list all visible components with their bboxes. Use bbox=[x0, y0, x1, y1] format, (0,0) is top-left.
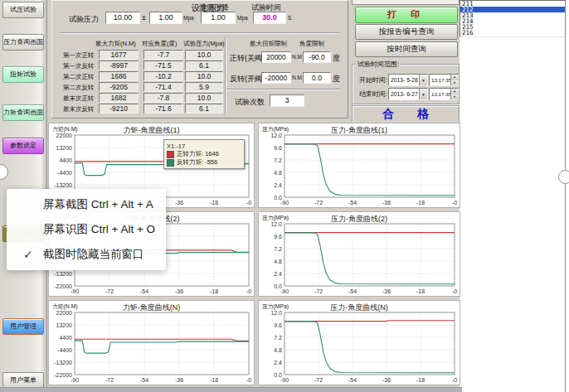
table-cell: -8997 bbox=[99, 60, 139, 70]
report-item[interactable]: 215 bbox=[460, 24, 566, 30]
svg-text:-18: -18 bbox=[416, 288, 425, 294]
degree-unit-1: 度 bbox=[333, 53, 340, 64]
svg-text:9.6: 9.6 bbox=[274, 145, 282, 151]
sidebar-item-pressure-test[interactable]: 试压试验 bbox=[2, 2, 44, 18]
svg-text:-54: -54 bbox=[140, 377, 148, 383]
result-badge: 合 格 bbox=[352, 105, 460, 123]
forward-angle-limit-input[interactable]: -90.0 bbox=[303, 51, 331, 63]
report-listbox[interactable]: 211 212 213 214 215 216 bbox=[460, 0, 567, 37]
svg-text:-72: -72 bbox=[314, 200, 323, 206]
start-time-spinner[interactable]: 13:17:35 ▲▼ bbox=[429, 74, 459, 86]
test-count-input[interactable]: 3 bbox=[270, 94, 304, 107]
start-date-combo[interactable]: 2013- 5-28 ▼ bbox=[388, 74, 428, 86]
torque-limit-header: 最大扭矩限制 bbox=[250, 40, 287, 48]
nm-unit-1: N.M bbox=[292, 54, 302, 60]
reverse-open-label: 反转(开阀) bbox=[230, 74, 265, 85]
chart-tooltip: X1:-17 正转力矩: 1646 反转力矩: -556 bbox=[163, 139, 245, 169]
svg-text:-90: -90 bbox=[280, 377, 289, 383]
test-pressure-input[interactable]: 10.00 bbox=[105, 12, 140, 24]
spinner-arrows-icon[interactable]: ▲▼ bbox=[450, 75, 458, 85]
menu-item-screen-capture[interactable]: 屏幕截图 Ctrl + Alt + A bbox=[7, 194, 166, 215]
query-by-report-button[interactable]: 按报告编号查询 bbox=[355, 24, 458, 40]
reverse-torque-limit-input[interactable]: -20000 bbox=[261, 72, 291, 84]
svg-text:-36: -36 bbox=[175, 377, 183, 383]
report-item-selected[interactable]: 212 bbox=[460, 7, 566, 12]
menu-item-hide-window[interactable]: ✓ 截图时隐藏当前窗口 bbox=[7, 244, 166, 265]
test-time-input[interactable]: 30.0 bbox=[253, 12, 286, 24]
chevron-down-icon[interactable]: ▼ bbox=[419, 75, 427, 85]
svg-text:-18: -18 bbox=[416, 200, 425, 206]
end-date-value: 2013- 6-27 bbox=[389, 91, 419, 97]
end-time-spinner[interactable]: 13:17:35 ▲▼ bbox=[429, 88, 459, 100]
sidebar-item-param-settings[interactable]: 参数设定 bbox=[2, 138, 44, 154]
mpa-unit-2: Mpa bbox=[237, 15, 248, 21]
end-time-value: 13:17:35 bbox=[430, 91, 450, 97]
chart-plot[interactable]: -90-72-54-36-18-022000132004400-4400-132… bbox=[49, 301, 254, 385]
svg-text:-0: -0 bbox=[246, 288, 251, 294]
row-label: 最末次反转 bbox=[63, 105, 95, 114]
nm-unit-2: N.M bbox=[292, 75, 302, 80]
window-bottom-edge bbox=[0, 387, 462, 392]
svg-text:-22000: -22000 bbox=[54, 372, 72, 378]
svg-text:-22000: -22000 bbox=[54, 283, 72, 289]
svg-text:4.8: 4.8 bbox=[274, 259, 282, 264]
leak-drop-input[interactable]: 1.00 bbox=[201, 12, 236, 24]
table-cell: -71.5 bbox=[143, 60, 183, 70]
svg-text:-90: -90 bbox=[280, 288, 289, 294]
tolerance-input[interactable]: 1.00 bbox=[149, 12, 182, 24]
svg-text:-36: -36 bbox=[175, 288, 183, 294]
chart-plot[interactable]: -90-72-54-36-18-012.09.67.24.82.40.0 bbox=[259, 212, 460, 296]
svg-text:-54: -54 bbox=[348, 288, 357, 294]
chevron-down-icon[interactable]: ▼ bbox=[419, 89, 427, 99]
truncated-control bbox=[352, 0, 460, 5]
time-range-group: 试验时间范围: 开始时间: 2013- 5-28 ▼ 13:17:35 ▲▼ 结… bbox=[352, 64, 460, 104]
svg-text:12.0: 12.0 bbox=[270, 310, 282, 316]
menu-item-screen-recognize[interactable]: 屏幕识图 Ctrl + Alt + O bbox=[7, 219, 166, 240]
print-button[interactable]: 打 印 bbox=[355, 7, 458, 23]
svg-text:22000: 22000 bbox=[56, 310, 73, 316]
report-item[interactable]: 216 bbox=[460, 30, 566, 36]
report-item[interactable]: 214 bbox=[460, 18, 566, 24]
svg-text:7.2: 7.2 bbox=[274, 335, 282, 341]
svg-text:-72: -72 bbox=[105, 288, 114, 294]
sidebar-item-pressure-query[interactable]: 压力查询画面 bbox=[2, 34, 44, 51]
col-header-pressure: 试验压力(Mpa) bbox=[183, 40, 225, 48]
spinner-arrows-icon[interactable]: ▲▼ bbox=[450, 89, 458, 99]
menu-item-label: 截图时隐藏当前窗口 bbox=[43, 247, 144, 262]
screenshot-context-menu: 屏幕截图 Ctrl + Alt + A 屏幕识图 Ctrl + Alt + O … bbox=[7, 189, 166, 270]
right-edge-handle[interactable] bbox=[558, 170, 569, 184]
svg-text:-18: -18 bbox=[210, 377, 218, 383]
check-icon: ✓ bbox=[23, 248, 33, 261]
mpa-unit-1: Mpa bbox=[183, 15, 194, 21]
end-date-combo[interactable]: 2013- 6-27 ▼ bbox=[388, 88, 428, 100]
sidebar-item-user-management[interactable]: 用户管理 bbox=[2, 318, 44, 335]
report-item[interactable]: 211 bbox=[460, 1, 566, 7]
end-time-label: 结束时间: bbox=[359, 90, 387, 99]
query-by-time-button[interactable]: 按时间查询 bbox=[355, 41, 458, 57]
pressure-angle-chart-2: 压力(MPa) 压力-角度曲线(2) -90-72-54-36-18-012.0… bbox=[258, 211, 460, 297]
sidebar-item-user-menu[interactable]: 用户菜单 bbox=[2, 372, 44, 389]
divider bbox=[61, 32, 339, 34]
sidebar-item-torque-test[interactable]: 扭矩试验 bbox=[2, 66, 44, 83]
svg-text:4400: 4400 bbox=[59, 335, 72, 341]
chart-plot[interactable]: -90-72-54-36-18-012.09.67.24.82.40.0 bbox=[259, 301, 460, 385]
row-label: 最末次正转 bbox=[63, 94, 95, 103]
svg-text:-54: -54 bbox=[348, 200, 357, 206]
svg-text:13200: 13200 bbox=[56, 322, 73, 328]
svg-text:2.4: 2.4 bbox=[274, 271, 282, 277]
degree-unit-2: 度 bbox=[333, 74, 340, 85]
reverse-angle-limit-input[interactable]: 0.0 bbox=[303, 72, 331, 84]
forward-torque-limit-input[interactable]: 20000 bbox=[261, 51, 291, 63]
divider bbox=[226, 89, 341, 90]
table-cell: 6.1 bbox=[185, 104, 223, 114]
svg-text:-0: -0 bbox=[452, 377, 457, 383]
sidebar-item-torque-query[interactable]: 力矩查询画面 bbox=[2, 104, 44, 121]
pressure-angle-chart-1: 压力(MPa) 压力-角度曲线(1) -90-72-54-36-18-012.0… bbox=[258, 123, 460, 208]
svg-text:-0: -0 bbox=[246, 200, 251, 206]
svg-text:2.4: 2.4 bbox=[274, 182, 282, 188]
svg-text:-0: -0 bbox=[246, 377, 251, 383]
pressure-angle-chart-n: 压力(MPa) 压力-角度曲线(N) -90-72-54-36-18-012.0… bbox=[258, 300, 460, 385]
chart-plot[interactable]: -90-72-54-36-18-012.09.67.24.82.40.0 bbox=[259, 123, 460, 207]
report-item[interactable]: 213 bbox=[460, 12, 566, 18]
table-cell: -71.6 bbox=[143, 104, 183, 114]
